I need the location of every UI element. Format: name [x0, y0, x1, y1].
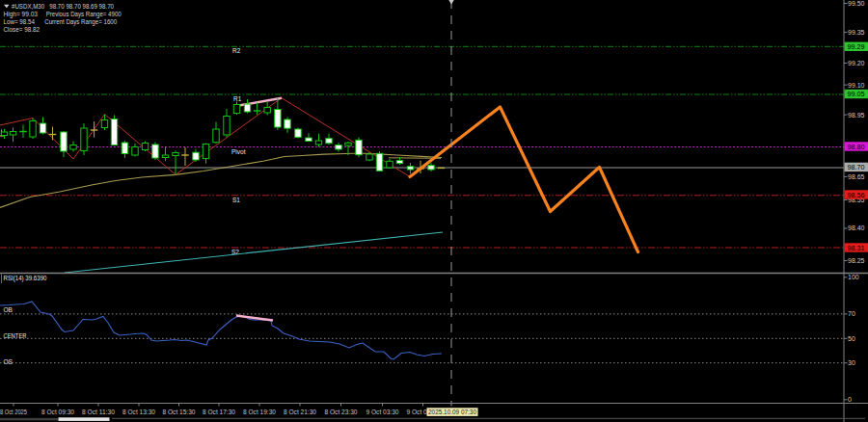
- svg-text:Pivot: Pivot: [231, 148, 246, 155]
- svg-text:S1: S1: [232, 197, 240, 203]
- svg-text:8 Oct 11:30: 8 Oct 11:30: [82, 409, 115, 415]
- svg-text:98.65: 98.65: [848, 173, 865, 180]
- svg-text:98.70: 98.70: [848, 163, 865, 171]
- svg-text:8 Oct 13:30: 8 Oct 13:30: [122, 409, 155, 415]
- svg-text:8 Oct 2025: 8 Oct 2025: [0, 409, 27, 415]
- svg-text:Current Days Range= 1600: Current Days Range= 1600: [44, 18, 117, 26]
- svg-text:8 Oct 09:30: 8 Oct 09:30: [41, 409, 74, 415]
- svg-text:Low= 98.54: Low= 98.54: [4, 18, 36, 25]
- svg-text:98.40: 98.40: [848, 224, 865, 231]
- svg-text:98.95: 98.95: [848, 112, 865, 119]
- svg-text:70: 70: [848, 310, 855, 317]
- svg-text:2025.10.09 07:30: 2025.10.09 07:30: [428, 409, 476, 415]
- svg-text:99.10: 99.10: [848, 82, 865, 89]
- svg-text:#USDX,M30 98.70 98.70 98.69: #USDX,M30 98.70 98.70 98.69 98.70: [12, 3, 114, 10]
- svg-text:99.35: 99.35: [848, 29, 865, 36]
- svg-text:OS: OS: [4, 358, 14, 365]
- svg-text:99.29: 99.29: [848, 42, 865, 51]
- svg-text:R1: R1: [233, 95, 242, 102]
- svg-text:OB: OB: [4, 306, 13, 313]
- svg-text:98.56: 98.56: [848, 191, 865, 199]
- svg-text:Close= 98.82: Close= 98.82: [4, 26, 41, 33]
- svg-text:8 Oct 23:30: 8 Oct 23:30: [325, 409, 358, 415]
- svg-text:30: 30: [848, 359, 855, 366]
- svg-text:99.50: 99.50: [848, 0, 865, 7]
- svg-text:98.25: 98.25: [848, 257, 865, 264]
- svg-text:99.20: 99.20: [848, 60, 865, 66]
- svg-text:99.05: 99.05: [848, 90, 865, 98]
- svg-text:50: 50: [848, 335, 855, 342]
- svg-text:RSI(14) 39.6390: RSI(14) 39.6390: [4, 275, 47, 282]
- svg-text:98.31: 98.31: [848, 244, 865, 252]
- svg-text:100: 100: [848, 274, 859, 280]
- svg-text:8 Oct 19:30: 8 Oct 19:30: [243, 409, 276, 415]
- svg-text:CENTER: CENTER: [4, 332, 27, 339]
- svg-text:8 Oct 21:30: 8 Oct 21:30: [284, 409, 316, 415]
- svg-text:0: 0: [848, 396, 852, 403]
- svg-text:9 Oct 03:30: 9 Oct 03:30: [366, 409, 399, 415]
- svg-text:8 Oct 15:30: 8 Oct 15:30: [163, 409, 196, 415]
- svg-text:8 Oct 17:30: 8 Oct 17:30: [203, 409, 235, 415]
- svg-text:R2: R2: [232, 47, 241, 54]
- svg-text:98.80: 98.80: [848, 143, 865, 151]
